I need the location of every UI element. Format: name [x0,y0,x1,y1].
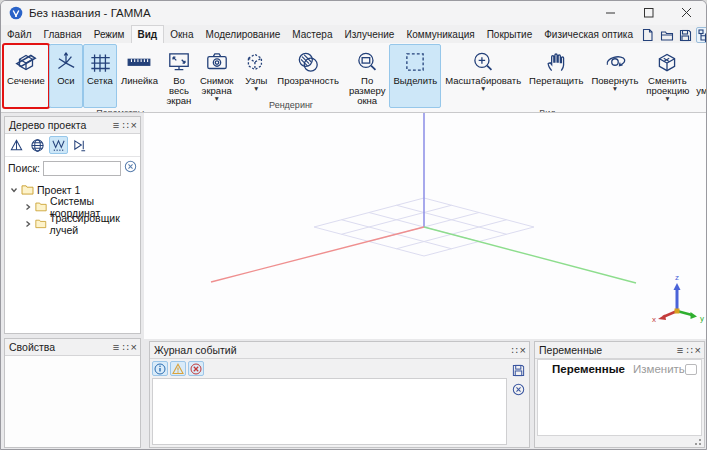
panel-close-icon[interactable]: × [695,345,701,356]
section-icon [13,48,39,76]
nodes-icon [243,48,269,76]
source-filter-icon[interactable] [70,136,89,154]
mesh-sphere-icon[interactable] [28,136,47,154]
event-log-side-toolbar [508,359,529,447]
zoom-button[interactable]: Масштабировать ▼ [441,44,525,108]
tab-radiation[interactable]: Излучение [338,26,400,43]
axes-button[interactable]: Оси [49,44,83,108]
panel-menu-icon[interactable]: ≡ [113,120,119,131]
gizmo-y-label: y [700,314,704,323]
variables-checkbox[interactable] [685,364,697,375]
variables-title: Переменные [535,344,602,356]
clear-log-icon[interactable] [511,382,526,397]
project-tree-panel: Дерево проекта ≡ ∷ × Поиск: Проект 1 [4,116,141,334]
fit-to-window-button[interactable]: По размеру окна [345,44,390,108]
gizmo-z-label: z [675,273,679,282]
chevron-right-icon[interactable] [24,201,32,213]
panel-close-icon[interactable]: × [131,342,137,353]
tab-coating[interactable]: Покрытие [481,26,539,43]
rotate-button[interactable]: Повернуть ▼ [587,44,642,108]
axis-y-line [424,227,636,283]
rays-filter-icon[interactable] [49,136,68,154]
tab-home[interactable]: Главная [38,26,88,43]
select-button[interactable]: Выделить [389,44,441,108]
grid-button[interactable]: Сетка [83,44,117,108]
panel-close-icon[interactable]: × [520,345,526,356]
chevron-right-icon[interactable] [24,218,32,230]
fullscreen-icon [166,48,192,76]
properties-panel: Свойства ≡ ∷ × [4,338,141,448]
pan-button[interactable]: Перетащить [525,44,587,108]
group-label-rendering: Рендеринг [239,100,343,112]
save-icon[interactable] [677,27,694,43]
search-row: Поиск: [5,157,140,179]
tab-communication[interactable]: Коммуникация [400,26,480,43]
chevron-down-icon[interactable] [10,184,18,196]
panel-float-icon[interactable]: ∷ [122,120,127,131]
project-tree-title: Дерево проекта [5,119,86,131]
tab-physical-optics[interactable]: Физическая оптика [538,26,639,43]
ruler-button[interactable]: Линейка [117,44,162,108]
transparency-button[interactable]: Прозрачность [273,44,343,100]
variables-group-row[interactable]: Переменные Изменить [538,360,701,378]
event-log-content[interactable] [152,378,507,445]
folder-icon [35,218,47,229]
event-log-toolbar [150,359,508,378]
open-folder-icon[interactable] [658,27,675,43]
tab-view[interactable]: Вид [131,25,165,43]
screenshot-icon [204,48,230,76]
ribbon-group-parameters: Сечение Оси Сетка Линейка Во весь экран [3,44,237,112]
ribbon-group-rendering: Узлы ▼ Прозрачность Рендеринг [239,44,343,112]
panel-close-icon[interactable]: × [131,120,137,131]
variables-edit-button[interactable]: Изменить [633,363,685,375]
close-button[interactable] [668,1,706,25]
nodes-button[interactable]: Узлы ▼ [239,44,273,100]
app-icon [9,6,23,20]
dropdown-caret-icon: ▼ [612,86,618,92]
panel-float-icon[interactable]: ∷ [686,345,691,356]
select-icon [402,48,428,76]
maximize-button[interactable] [630,1,668,25]
tab-file[interactable]: Файл [1,26,38,43]
panel-float-icon[interactable]: ∷ [511,345,516,356]
save-log-icon[interactable] [511,363,526,378]
fullscreen-button[interactable]: Во весь экран [162,44,196,108]
folder-icon [21,184,34,195]
ribbon-tab-bar: Файл Главная Режим Вид Окна Моделировани… [1,25,706,43]
gizmo-x-label: x [652,315,656,324]
panel-menu-icon[interactable]: ≡ [677,345,683,356]
ribbon: Сечение Оси Сетка Линейка Во весь экран [1,43,706,113]
viewport-3d[interactable]: z x y [144,113,707,339]
orientation-gizmo[interactable]: z x y [652,273,704,324]
resize-grip[interactable] [694,438,702,446]
section-button[interactable]: Сечение [3,44,49,108]
new-document-icon[interactable] [639,27,656,43]
tree-item-ray-tracer[interactable]: Трассировщик лучей [5,215,140,232]
panel-menu-icon[interactable]: ≡ [113,342,119,353]
warning-filter-icon[interactable] [170,361,186,376]
properties-title: Свойства [5,341,55,353]
title-bar: Без названия - ГАММА [1,1,706,25]
project-tree: Проект 1 Системы координат Трассировщик … [5,179,140,333]
dropdown-caret-icon: ▼ [253,86,259,92]
error-filter-icon[interactable] [188,361,204,376]
variables-group-label: Переменные [552,363,625,375]
change-projection-icon [654,48,680,76]
rotate-icon [602,48,628,76]
search-clear-icon[interactable] [124,159,137,177]
tab-wizards[interactable]: Мастера [286,26,338,43]
geometry-filter-icon[interactable] [7,136,26,154]
info-filter-icon[interactable] [152,361,168,376]
tab-modeling[interactable]: Моделирование [199,26,286,43]
event-log-title: Журнал событий [150,344,237,356]
tab-windows[interactable]: Окна [164,26,199,43]
default-view-button[interactable]: Вид по умолчанию [692,44,706,108]
search-input[interactable] [43,161,121,176]
change-projection-button[interactable]: Сменить проекцию ▼ [642,44,692,108]
project-tree-toggle-icon[interactable] [696,27,707,43]
tab-mode[interactable]: Режим [88,26,131,43]
pan-hand-icon [543,48,569,76]
panel-float-icon[interactable]: ∷ [122,342,127,353]
screenshot-button[interactable]: Снимок экрана ▼ [196,44,237,108]
minimize-button[interactable] [592,1,630,25]
